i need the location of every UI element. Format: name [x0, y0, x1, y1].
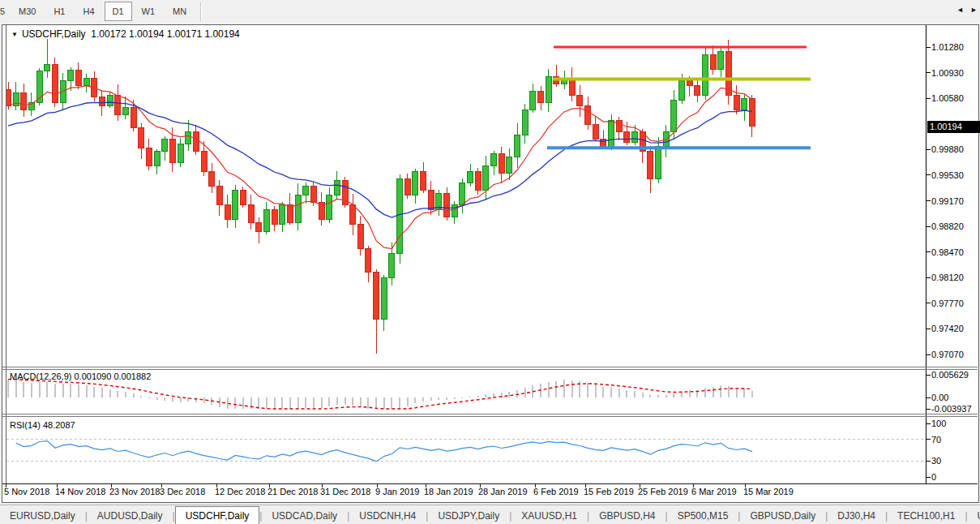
- rsi-axis-tick: 100: [931, 419, 946, 428]
- tab-gbpusd-h4[interactable]: GBPUSD,H4: [589, 508, 665, 524]
- rsi-axis-tick: 30: [931, 456, 941, 466]
- ma-slow-line: [8, 102, 752, 217]
- macd-axis-tick: 0.00: [931, 393, 948, 402]
- price-axis-tick: 0.99170: [931, 196, 964, 206]
- macd-pane: [8, 380, 752, 409]
- chart-tab-bar: EURUSD,Daily|AUDUSD,Daily|USDCHF,Daily|U…: [0, 505, 980, 524]
- price-axis-tick: 0.97070: [931, 350, 964, 359]
- date-axis-label: 12 Dec 2018: [215, 487, 265, 496]
- chart-title: ▼USDCHF,Daily 1.00172 1.00194 1.00171 1.…: [11, 28, 240, 40]
- tab-audusd-daily[interactable]: AUDUSD,Daily: [88, 508, 173, 524]
- price-axis-tick: 0.98820: [931, 221, 964, 231]
- date-axis-label: 9 Jan 2019: [375, 487, 419, 496]
- price-axis-tick: 1.00930: [931, 68, 964, 78]
- date-axis-label: 6 Mar 2019: [691, 487, 737, 496]
- price-chart-canvas: [0, 0, 980, 524]
- rsi-axis-tick: 70: [931, 435, 941, 445]
- price-axis-tick: 0.99880: [931, 144, 964, 154]
- tab-usdjpy-daily[interactable]: USDJPY,Daily: [428, 508, 509, 524]
- rsi-pane: [6, 440, 926, 462]
- macd-axis-tick: 0.005629: [931, 370, 969, 380]
- tab-tech100-h1[interactable]: TECH100,H1: [888, 508, 965, 524]
- tab-usdcad-daily[interactable]: USDCAD,Daily: [262, 508, 347, 524]
- macd-axis-tick: -0.003937: [931, 404, 972, 414]
- tab-usdchf-daily[interactable]: USDCHF,Daily: [175, 506, 260, 524]
- date-axis-label: 3 Dec 2018: [160, 487, 205, 496]
- date-axis-label: 14 Nov 2018: [55, 487, 105, 496]
- price-axis-tick: 0.98470: [931, 247, 964, 257]
- price-axis-tick: 0.97420: [931, 324, 964, 333]
- date-axis-label: 31 Dec 2018: [320, 487, 370, 496]
- date-axis-label: 5 Nov 2018: [4, 487, 49, 496]
- tab-xauusd-h1[interactable]: XAUUSD,H1: [511, 508, 587, 524]
- rsi-indicator-label: RSI(14) 48.2087: [10, 420, 75, 430]
- current-price-badge: 1.00194: [927, 121, 980, 133]
- price-axis-tick: 0.99530: [931, 170, 964, 180]
- date-axis-label: 25 Feb 2019: [638, 487, 688, 496]
- date-axis-label: 18 Jan 2019: [424, 487, 473, 496]
- price-axis-tick: 1.00580: [931, 93, 964, 103]
- tab-gbpusd-daily[interactable]: GBPUSD,Daily: [740, 508, 825, 524]
- price-axis-tick: 0.98120: [931, 273, 964, 282]
- tabs-scroll-right-icon[interactable]: ►: [970, 6, 978, 14]
- date-axis-label: 15 Feb 2019: [584, 487, 634, 496]
- tab-eurusd-daily[interactable]: EURUSD,Daily: [0, 508, 85, 524]
- chart-ohlc-values: 1.00172 1.00194 1.00171 1.00194: [91, 28, 240, 40]
- tab-dj30-h4[interactable]: DJ30,H4: [828, 508, 885, 524]
- tab-usdcnh-h4[interactable]: USDCNH,H4: [349, 508, 426, 524]
- tab-sp500-m15[interactable]: SP500,M15: [668, 508, 738, 524]
- trading-terminal: 5M30H1H4D1W1MN ▼USDCHF,Daily 1.00172 1.0…: [0, 0, 980, 524]
- tab-ukc[interactable]: UKC: [968, 508, 980, 524]
- macd-indicator-label: MACD(12,26,9) 0.001090 0.001882: [10, 372, 151, 381]
- date-axis-label: 21 Dec 2018: [267, 487, 318, 496]
- tabs-scroll-left-icon[interactable]: ◄: [956, 6, 964, 14]
- date-axis-label: 23 Nov 2018: [109, 487, 160, 496]
- date-axis-label: 6 Feb 2019: [533, 487, 579, 496]
- candlesticks: [6, 39, 755, 354]
- chart-symbol-label: USDCHF,Daily: [22, 28, 86, 40]
- rsi-line: [16, 441, 752, 462]
- macd-signal-line: [8, 380, 752, 409]
- price-axis-tick: 1.01280: [931, 42, 964, 52]
- rsi-axis-tick: 0: [931, 472, 936, 482]
- date-axis-label: 15 Mar 2019: [743, 487, 794, 496]
- price-axis-tick: 0.97770: [931, 299, 964, 308]
- date-axis-label: 28 Jan 2019: [478, 487, 528, 496]
- chart-dropdown-triangle-icon[interactable]: ▼: [11, 31, 18, 38]
